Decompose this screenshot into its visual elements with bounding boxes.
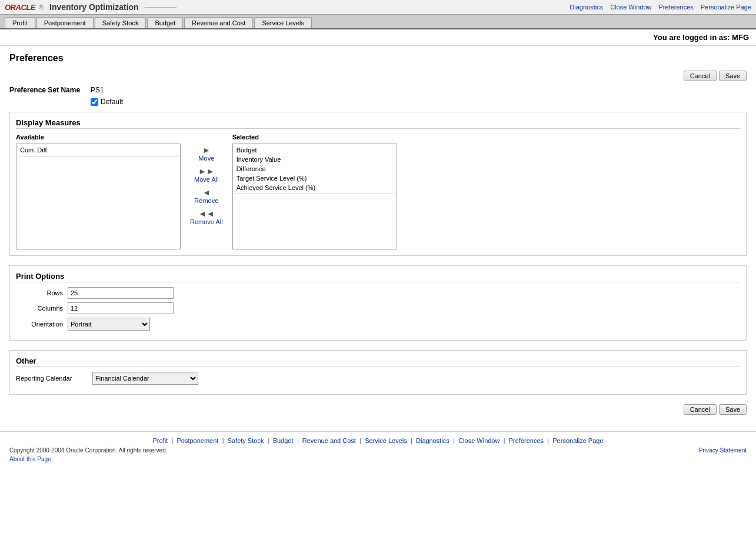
remove-all-label: Remove All bbox=[190, 218, 223, 225]
selected-item-target-service-level[interactable]: Target Service Level (%) bbox=[234, 174, 395, 183]
reporting-calendar-select[interactable]: Financial Calendar Gregorian Calendar bbox=[92, 372, 198, 385]
tab-safety-stock[interactable]: Safety Stock bbox=[95, 17, 146, 28]
footer-sep-3: | bbox=[268, 437, 271, 444]
bottom-actions: Cancel Save bbox=[9, 404, 747, 415]
move-button[interactable]: ► Move bbox=[198, 145, 214, 162]
available-label: Available bbox=[16, 134, 181, 141]
move-right-icon: ► bbox=[202, 145, 211, 155]
orientation-label: Orientation bbox=[16, 321, 63, 328]
footer-link-budget[interactable]: Budget bbox=[273, 437, 294, 444]
selected-item-difference[interactable]: Difference bbox=[234, 164, 395, 174]
footer-bottom: Copyright 2000-2004 Oracle Corporation. … bbox=[9, 447, 747, 463]
top-nav-preferences[interactable]: Preferences bbox=[658, 4, 693, 11]
print-options-section: Print Options Rows Columns Orientation P… bbox=[9, 265, 747, 341]
move-all-button[interactable]: ►► Move All bbox=[194, 166, 219, 183]
copyright: Copyright 2000-2004 Oracle Corporation. … bbox=[9, 447, 167, 454]
top-actions: Cancel Save bbox=[9, 71, 747, 81]
cancel-button-top[interactable]: Cancel bbox=[684, 71, 717, 81]
preference-set-value: PS1 bbox=[91, 86, 104, 94]
tab-profit[interactable]: Profit bbox=[5, 17, 35, 28]
columns-row: Columns bbox=[16, 302, 740, 314]
footer-link-safety-stock[interactable]: Safety Stock bbox=[228, 437, 264, 444]
header-decoration: ─────── bbox=[145, 4, 177, 11]
rows-input[interactable] bbox=[68, 287, 174, 299]
save-button-bottom[interactable]: Save bbox=[719, 404, 747, 415]
footer: Profit | Postponement | Safety Stock | B… bbox=[0, 431, 756, 468]
reporting-calendar-row: Reporting Calendar Financial Calendar Gr… bbox=[16, 372, 740, 385]
footer-sep-1: | bbox=[172, 437, 175, 444]
orientation-row: Orientation Portrait Landscape bbox=[16, 318, 740, 331]
footer-sep-9: | bbox=[547, 437, 551, 444]
selected-divider bbox=[234, 194, 395, 194]
footer-sep-5: | bbox=[359, 437, 363, 444]
footer-link-diagnostics[interactable]: Diagnostics bbox=[416, 437, 449, 444]
footer-sep-6: | bbox=[411, 437, 414, 444]
top-nav-personalize-page[interactable]: Personalize Page bbox=[701, 4, 751, 11]
footer-link-revenue-and-cost[interactable]: Revenue and Cost bbox=[302, 437, 356, 444]
top-nav-diagnostics[interactable]: Diagnostics bbox=[570, 4, 603, 11]
logo-area: ORACLE ® Inventory Optimization ─────── bbox=[5, 2, 176, 12]
main-content: Preferences Cancel Save Preference Set N… bbox=[0, 46, 756, 431]
footer-link-personalize-page[interactable]: Personalize Page bbox=[552, 437, 603, 444]
footer-bottom-left: Copyright 2000-2004 Oracle Corporation. … bbox=[9, 447, 167, 463]
top-nav-close-window[interactable]: Close Window bbox=[610, 4, 651, 11]
selected-box: Selected Budget Inventory Value Differen… bbox=[232, 134, 397, 249]
display-measures-section: Display Measures Available Cum. Diff. ► … bbox=[9, 112, 747, 256]
rows-row: Rows bbox=[16, 287, 740, 299]
available-divider bbox=[18, 156, 179, 156]
header: ORACLE ® Inventory Optimization ─────── … bbox=[0, 0, 756, 15]
privacy-statement-link[interactable]: Privacy Statement bbox=[699, 447, 747, 454]
measures-container: Available Cum. Diff. ► Move ►► Move All … bbox=[16, 134, 740, 249]
selected-item-achieved-service-level[interactable]: Achieved Service Level (%) bbox=[234, 183, 395, 192]
move-buttons: ► Move ►► Move All ◄ Remove ◄◄ Remove Al… bbox=[185, 145, 228, 225]
privacy-link: Privacy Statement bbox=[699, 447, 747, 463]
save-button-top[interactable]: Save bbox=[719, 71, 747, 81]
footer-sep-8: | bbox=[504, 437, 507, 444]
preference-set-label: Preference Set Name bbox=[9, 86, 86, 94]
remove-all-button[interactable]: ◄◄ Remove All bbox=[190, 209, 223, 225]
available-item-cum-diff[interactable]: Cum. Diff. bbox=[18, 145, 179, 155]
about-this-page-link[interactable]: About this Page bbox=[9, 456, 51, 462]
reporting-calendar-label: Reporting Calendar bbox=[16, 375, 92, 382]
selected-listbox[interactable]: Budget Inventory Value Difference Target… bbox=[232, 144, 397, 249]
move-label: Move bbox=[198, 155, 214, 162]
footer-sep-4: | bbox=[297, 437, 301, 444]
footer-links: Profit | Postponement | Safety Stock | B… bbox=[9, 437, 747, 445]
app-title: Inventory Optimization bbox=[49, 2, 139, 12]
columns-input[interactable] bbox=[68, 302, 174, 314]
selected-item-budget[interactable]: Budget bbox=[234, 145, 395, 155]
cancel-button-bottom[interactable]: Cancel bbox=[684, 404, 717, 415]
orientation-select[interactable]: Portrait Landscape bbox=[68, 318, 150, 331]
display-measures-header: Display Measures bbox=[16, 118, 740, 129]
remove-left-icon: ◄ bbox=[202, 188, 211, 197]
rows-label: Rows bbox=[16, 289, 63, 297]
selected-item-inventory-value[interactable]: Inventory Value bbox=[234, 155, 395, 164]
remove-button[interactable]: ◄ Remove bbox=[194, 188, 218, 204]
footer-link-close-window[interactable]: Close Window bbox=[458, 437, 499, 444]
tab-service-levels[interactable]: Service Levels bbox=[254, 17, 312, 28]
remove-label: Remove bbox=[194, 197, 218, 204]
available-box: Available Cum. Diff. bbox=[16, 134, 181, 249]
print-options-header: Print Options bbox=[16, 272, 740, 282]
default-checkbox-row: Default bbox=[91, 98, 747, 106]
footer-link-postponement[interactable]: Postponement bbox=[176, 437, 218, 444]
columns-label: Columns bbox=[16, 305, 63, 312]
default-label: Default bbox=[101, 98, 123, 106]
footer-sep-7: | bbox=[453, 437, 457, 444]
logged-in-bar: You are logged in as: MFG bbox=[0, 29, 756, 46]
selected-label: Selected bbox=[232, 134, 397, 141]
about-link: About this Page bbox=[9, 455, 167, 463]
footer-link-profit[interactable]: Profit bbox=[152, 437, 168, 444]
footer-link-service-levels[interactable]: Service Levels bbox=[365, 437, 407, 444]
page-title: Preferences bbox=[9, 53, 747, 64]
other-header: Other bbox=[16, 357, 740, 367]
default-checkbox[interactable] bbox=[91, 98, 98, 106]
other-section: Other Reporting Calendar Financial Calen… bbox=[9, 350, 747, 395]
remove-all-left-icon: ◄◄ bbox=[198, 209, 215, 218]
footer-sep-2: | bbox=[222, 437, 226, 444]
tab-postponement[interactable]: Postponement bbox=[36, 17, 94, 28]
available-listbox[interactable]: Cum. Diff. bbox=[16, 144, 181, 249]
tab-revenue-and-cost[interactable]: Revenue and Cost bbox=[184, 17, 253, 28]
tab-budget[interactable]: Budget bbox=[147, 17, 183, 28]
footer-link-preferences[interactable]: Preferences bbox=[509, 437, 544, 444]
